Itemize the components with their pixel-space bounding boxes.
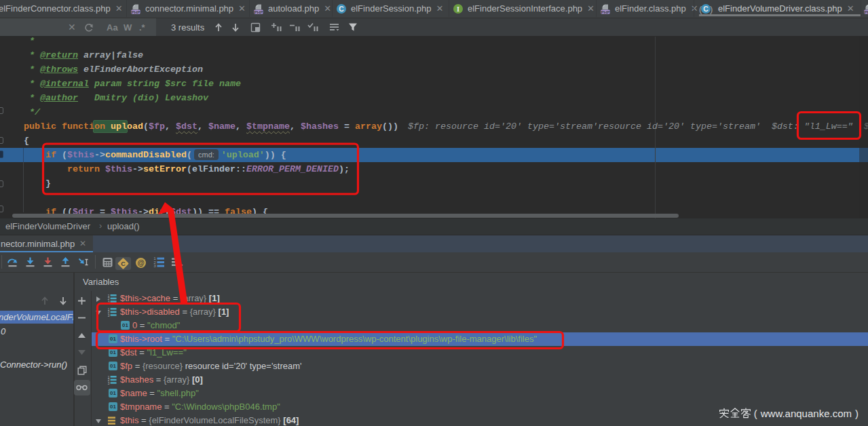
svg-text:): ) xyxy=(710,4,713,14)
svg-text:3: 3 xyxy=(108,382,110,385)
svg-text:3: 3 xyxy=(153,264,155,268)
svg-text:PHP: PHP xyxy=(601,9,609,14)
svg-text:PHP: PHP xyxy=(132,9,140,14)
svg-text:C: C xyxy=(121,260,126,267)
svg-text:C: C xyxy=(703,4,709,12)
svg-text:PHP: PHP xyxy=(865,9,868,14)
svg-text:@: @ xyxy=(137,258,144,267)
svg-text:3: 3 xyxy=(108,314,110,317)
svg-text:3: 3 xyxy=(108,301,110,303)
svg-text:PHP: PHP xyxy=(254,9,263,14)
svg-text:I: I xyxy=(457,5,459,12)
svg-text:C: C xyxy=(339,4,344,12)
